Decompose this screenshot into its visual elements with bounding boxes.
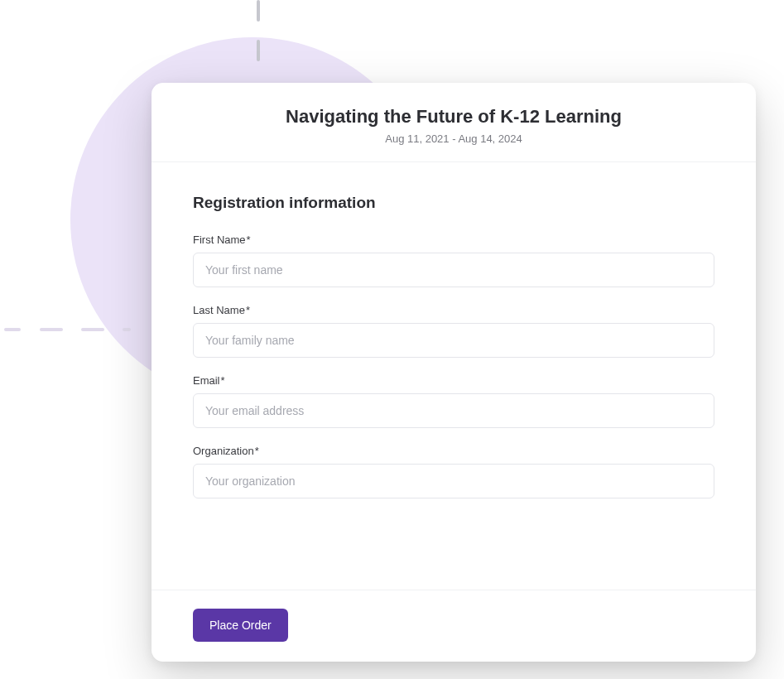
last-name-input[interactable] <box>193 323 714 358</box>
decorative-dash <box>4 328 21 331</box>
event-date-range: Aug 11, 2021 - Aug 14, 2024 <box>168 132 739 145</box>
email-label: Email* <box>193 374 714 387</box>
email-group: Email* <box>193 374 714 428</box>
card-body: Registration information First Name* Las… <box>152 162 756 540</box>
first-name-input[interactable] <box>193 253 714 287</box>
card-header: Navigating the Future of K-12 Learning A… <box>152 83 756 162</box>
label-text: First Name <box>193 234 246 246</box>
label-text: Last Name <box>193 304 245 316</box>
decorative-dash <box>257 40 260 61</box>
organization-group: Organization* <box>193 445 714 498</box>
required-mark: * <box>255 445 259 457</box>
organization-label: Organization* <box>193 445 714 457</box>
required-mark: * <box>221 374 225 387</box>
decorative-dash <box>81 328 104 331</box>
place-order-button[interactable]: Place Order <box>193 609 288 642</box>
first-name-group: First Name* <box>193 234 714 287</box>
required-mark: * <box>246 304 250 316</box>
first-name-label: First Name* <box>193 234 714 246</box>
label-text: Email <box>193 374 220 387</box>
decorative-dash <box>257 0 260 22</box>
section-title: Registration information <box>193 194 714 212</box>
email-input[interactable] <box>193 393 714 428</box>
event-title: Navigating the Future of K-12 Learning <box>168 106 739 128</box>
organization-input[interactable] <box>193 464 714 498</box>
last-name-label: Last Name* <box>193 304 714 316</box>
last-name-group: Last Name* <box>193 304 714 358</box>
registration-form-card: Navigating the Future of K-12 Learning A… <box>152 83 756 662</box>
decorative-dash <box>123 328 131 331</box>
card-footer: Place Order <box>152 590 756 642</box>
decorative-dash <box>40 328 63 331</box>
required-mark: * <box>247 234 251 246</box>
label-text: Organization <box>193 445 254 457</box>
